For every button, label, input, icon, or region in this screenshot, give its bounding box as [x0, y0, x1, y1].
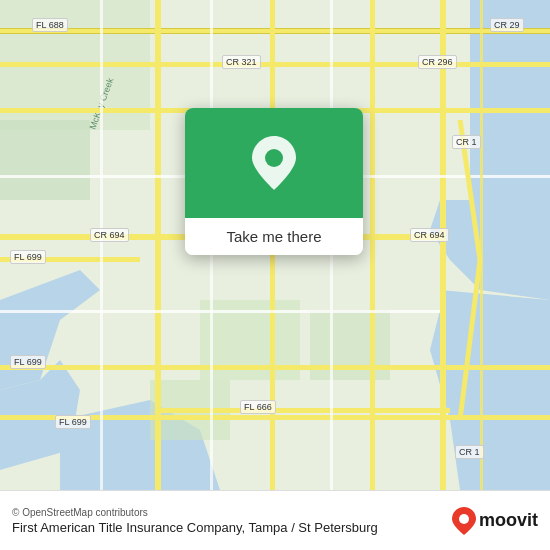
svg-rect-23: [160, 408, 450, 413]
svg-rect-27: [440, 0, 446, 490]
map-view: McKay Creek FL 6: [0, 0, 550, 490]
moovit-icon: [452, 507, 476, 535]
osm-credit: © OpenStreetMap contributors: [12, 507, 444, 518]
svg-point-36: [265, 149, 283, 167]
location-pin-icon: [252, 136, 296, 190]
moovit-logo: moovit: [452, 507, 538, 535]
road-label-fl688: FL 688: [32, 18, 68, 32]
road-label-cr1-top: CR 1: [452, 135, 481, 149]
popup-green-header: [185, 108, 363, 218]
take-me-there-button[interactable]: Take me there: [185, 218, 363, 255]
moovit-text: moovit: [479, 510, 538, 531]
location-popup: Take me there: [185, 108, 363, 255]
svg-rect-24: [155, 0, 161, 490]
svg-rect-26: [370, 0, 375, 490]
road-label-cr694-left: CR 694: [90, 228, 129, 242]
bottom-bar: © OpenStreetMap contributors First Ameri…: [0, 490, 550, 550]
svg-rect-9: [0, 120, 90, 200]
road-label-fl699-bottom: FL 699: [10, 355, 46, 369]
svg-rect-30: [100, 0, 103, 490]
svg-rect-29: [0, 310, 440, 313]
road-label-cr296: CR 296: [418, 55, 457, 69]
business-info: First American Title Insurance Company, …: [12, 520, 444, 535]
road-label-fl699-top: FL 699: [10, 250, 46, 264]
svg-point-37: [459, 514, 469, 524]
road-label-fl666: FL 666: [240, 400, 276, 414]
road-label-cr694-right: CR 694: [410, 228, 449, 242]
road-label-cr29: CR 29: [490, 18, 524, 32]
road-label-fl699-mid: FL 699: [55, 415, 91, 429]
road-label-cr1-bottom: CR 1: [455, 445, 484, 459]
svg-rect-33: [480, 0, 483, 490]
road-label-cr321: CR 321: [222, 55, 261, 69]
